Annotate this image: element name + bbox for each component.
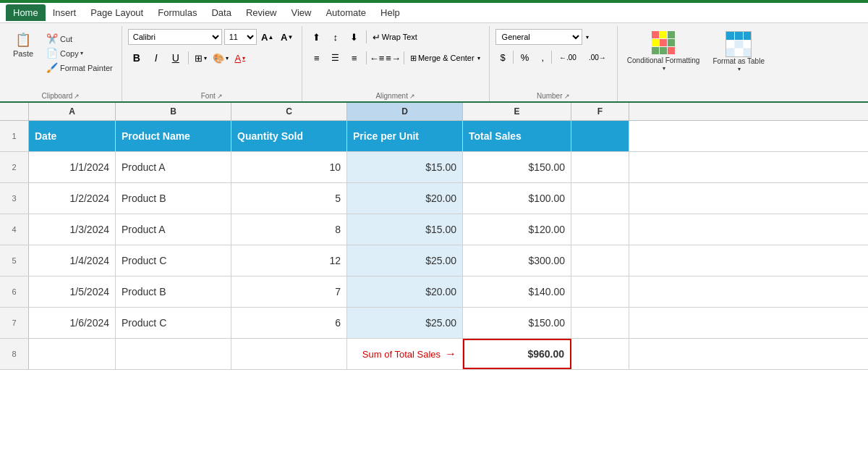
spreadsheet-header-row: 1 Date Product Name Quantity Sold Price … (0, 121, 868, 152)
col-header-c[interactable]: C (231, 103, 347, 120)
col-header-a[interactable]: A (29, 103, 116, 120)
decrease-font-button[interactable]: A▼ (278, 29, 296, 45)
font-expand-icon[interactable]: ↗ (217, 93, 223, 100)
cell-b2[interactable]: Product A (116, 152, 231, 182)
menu-automate[interactable]: Automate (318, 4, 373, 21)
cell-f6[interactable] (571, 276, 629, 307)
increase-font-button[interactable]: A▲ (259, 29, 276, 45)
col-header-e[interactable]: E (463, 103, 571, 120)
currency-button[interactable]: $ (495, 49, 511, 65)
merge-center-button[interactable]: ⊞ Merge & Center ▾ (407, 50, 483, 66)
menu-view[interactable]: View (284, 4, 319, 21)
cell-e1[interactable]: Total Sales (463, 121, 571, 151)
cell-f2[interactable] (571, 152, 629, 182)
increase-decimal-button[interactable]: .00→ (584, 49, 611, 65)
cell-f3[interactable] (571, 183, 629, 214)
font-size-select[interactable]: 11 (224, 29, 257, 45)
cell-b3[interactable]: Product B (116, 183, 231, 214)
cell-c2[interactable]: 10 (231, 152, 347, 182)
conditional-formatting-button[interactable]: Conditional Formatting ▾ (624, 29, 704, 74)
wrap-text-button[interactable]: ↵ Wrap Text (370, 29, 420, 45)
number-format-select[interactable]: General (495, 29, 582, 45)
cell-c3[interactable]: 5 (231, 183, 347, 214)
cell-b5[interactable]: Product C (116, 245, 231, 276)
cell-a1[interactable]: Date (29, 121, 116, 151)
format-as-table-button[interactable]: Format as Table ▾ (709, 29, 768, 75)
cell-e6[interactable]: $140.00 (463, 276, 571, 307)
menu-home[interactable]: Home (6, 4, 46, 21)
cell-e2[interactable]: $150.00 (463, 152, 571, 182)
menu-formulas[interactable]: Formulas (150, 4, 204, 21)
cell-b4[interactable]: Product A (116, 214, 231, 245)
percent-button[interactable]: % (516, 49, 535, 65)
cell-d1[interactable]: Price per Unit (347, 121, 463, 151)
cell-d3[interactable]: $20.00 (347, 183, 463, 214)
cell-c7[interactable]: 6 (231, 308, 347, 338)
cell-e5[interactable]: $300.00 (463, 245, 571, 276)
cell-b1[interactable]: Product Name (116, 121, 231, 151)
font-name-select[interactable]: Calibri (128, 29, 222, 45)
col-header-d[interactable]: D (347, 103, 463, 120)
cell-a2[interactable]: 1/1/2024 (29, 152, 116, 182)
cell-b6[interactable]: Product B (116, 276, 231, 307)
number-expand-icon[interactable]: ↗ (564, 93, 570, 100)
cell-e3[interactable]: $100.00 (463, 183, 571, 214)
align-bottom-button[interactable]: ⬇ (346, 29, 363, 45)
paste-button[interactable]: 📋 Paste (6, 29, 41, 60)
menu-data[interactable]: Data (204, 4, 238, 21)
cell-b7[interactable]: Product C (116, 308, 231, 338)
underline-button[interactable]: U (167, 50, 184, 66)
format-painter-button[interactable]: 🖌️ Format Painter (43, 61, 116, 75)
cell-d2[interactable]: $15.00 (347, 152, 463, 182)
copy-button[interactable]: 📄 Copy ▾ (43, 46, 116, 60)
bold-button[interactable]: B (128, 50, 145, 66)
cell-c5[interactable]: 12 (231, 245, 347, 276)
font-color-button[interactable]: A▾ (231, 50, 249, 66)
clipboard-expand-icon[interactable]: ↗ (74, 93, 80, 100)
menu-review[interactable]: Review (239, 4, 284, 21)
align-center-button[interactable]: ☰ (327, 50, 344, 66)
cell-d7[interactable]: $25.00 (347, 308, 463, 338)
decrease-indent-button[interactable]: ←≡ (370, 50, 385, 66)
cell-f7[interactable] (571, 308, 629, 338)
cell-a3[interactable]: 1/2/2024 (29, 183, 116, 214)
fill-color-button[interactable]: 🎨▾ (212, 50, 229, 66)
col-header-b[interactable]: B (116, 103, 231, 120)
cell-a5[interactable]: 1/4/2024 (29, 245, 116, 276)
increase-indent-button[interactable]: ≡→ (386, 50, 401, 66)
cell-f8[interactable] (571, 339, 629, 369)
align-top-button[interactable]: ⬆ (308, 29, 326, 45)
decrease-decimal-button[interactable]: ←.00 (554, 49, 582, 65)
cell-c8[interactable] (231, 339, 347, 369)
cell-f5[interactable] (571, 245, 629, 276)
cell-c1[interactable]: Quantity Sold (231, 121, 347, 151)
cell-b8[interactable] (116, 339, 231, 369)
cell-f1[interactable] (571, 121, 629, 151)
align-right-button[interactable]: ≡ (346, 50, 363, 66)
menu-help[interactable]: Help (373, 4, 407, 21)
col-header-f[interactable]: F (571, 103, 629, 120)
align-left-button[interactable]: ≡ (308, 50, 326, 66)
cell-d5[interactable]: $25.00 (347, 245, 463, 276)
cell-a4[interactable]: 1/3/2024 (29, 214, 116, 245)
cell-a8[interactable] (29, 339, 116, 369)
alignment-expand-icon[interactable]: ↗ (409, 93, 415, 100)
format-painter-label: Format Painter (60, 64, 113, 72)
cell-a6[interactable]: 1/5/2024 (29, 276, 116, 307)
cell-c6[interactable]: 7 (231, 276, 347, 307)
cut-button[interactable]: ✂️ Cut (43, 32, 116, 46)
comma-button[interactable]: , (536, 49, 549, 65)
align-middle-button[interactable]: ↕ (327, 29, 344, 45)
cell-e7[interactable]: $150.00 (463, 308, 571, 338)
borders-button[interactable]: ⊞▾ (192, 50, 210, 66)
cell-c4[interactable]: 8 (231, 214, 347, 245)
cell-d6[interactable]: $20.00 (347, 276, 463, 307)
sum-value[interactable]: $960.00 (463, 339, 571, 369)
menu-page-layout[interactable]: Page Layout (83, 4, 150, 21)
menu-insert[interactable]: Insert (46, 4, 84, 21)
cell-e4[interactable]: $120.00 (463, 214, 571, 245)
cell-f4[interactable] (571, 214, 629, 245)
italic-button[interactable]: I (148, 50, 165, 66)
cell-d4[interactable]: $15.00 (347, 214, 463, 245)
cell-a7[interactable]: 1/6/2024 (29, 308, 116, 338)
